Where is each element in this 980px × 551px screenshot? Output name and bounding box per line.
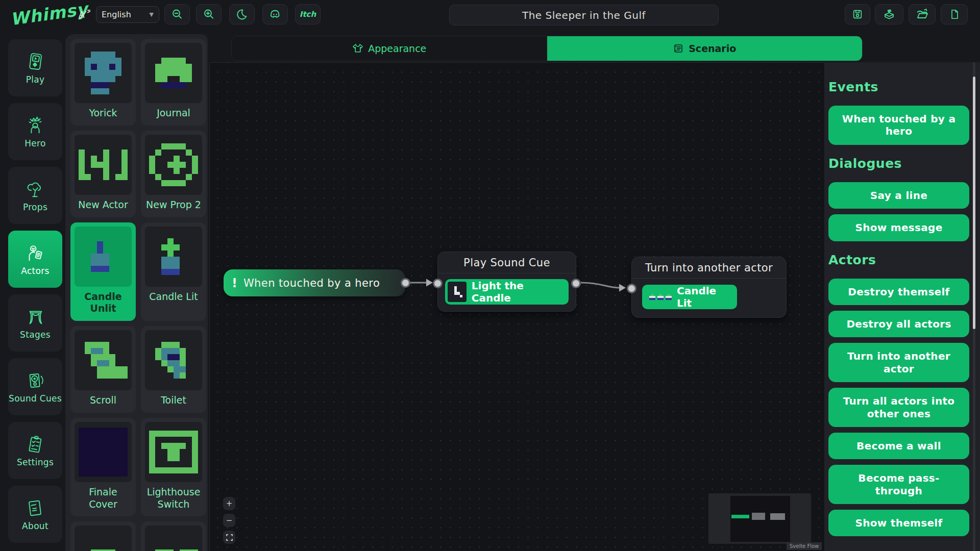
- block-button-show-message[interactable]: Show message: [828, 214, 969, 241]
- actor-sprite-partial-b: [145, 525, 202, 551]
- source-handle[interactable]: [401, 278, 410, 288]
- block-button-say-a-line[interactable]: Say a line: [828, 182, 969, 209]
- target-actor-button[interactable]: Candle Lit: [642, 285, 737, 309]
- actor-name: New Prop 2: [145, 195, 202, 214]
- block-button-when-touched-by-a-hero[interactable]: When touched by a hero: [828, 106, 969, 145]
- flow-minimap[interactable]: [708, 493, 811, 544]
- actor-card-new-prop-2[interactable]: New Prop 2: [141, 131, 206, 217]
- canvas-zoom-out-button[interactable]: −: [223, 514, 235, 527]
- speaker-icon: [23, 370, 47, 391]
- itch-button[interactable]: Itch: [295, 4, 321, 24]
- actor-card-partial[interactable]: [141, 521, 206, 551]
- folder-open-icon: [916, 8, 928, 20]
- tab-scenario[interactable]: Scenario: [547, 36, 863, 61]
- source-handle[interactable]: [571, 279, 581, 288]
- edge-arrow-icon: [619, 284, 626, 292]
- tab-appearance-label: Appearance: [368, 43, 426, 54]
- canvas-zoom-controls: + −: [223, 497, 235, 544]
- scrollbar-thumb[interactable]: [973, 77, 975, 329]
- actor-card-candle-unlit[interactable]: Candle Unlit: [70, 222, 136, 321]
- zoom-in-button[interactable]: [196, 4, 222, 24]
- target-handle[interactable]: [627, 284, 636, 293]
- clipboard-icon: [23, 434, 47, 455]
- actor-card-candle-lit[interactable]: Candle Lit: [141, 222, 206, 321]
- shirt-icon: [352, 43, 363, 54]
- actor-name: New Actor: [75, 195, 132, 214]
- export-build-button[interactable]: [875, 4, 903, 24]
- actor-sprite-candle-unlit: [75, 227, 132, 287]
- dark-mode-button[interactable]: [229, 4, 255, 24]
- fit-view-button[interactable]: [223, 531, 235, 544]
- actor-name: Yorick: [75, 103, 132, 122]
- block-button-destroy-all-actors[interactable]: Destroy all actors: [828, 311, 969, 337]
- curtain-icon: [23, 306, 47, 328]
- sidebar-item-sound-cues[interactable]: Sound Cues: [8, 358, 62, 415]
- block-button-turn-into-another-actor[interactable]: Turn into another actor: [828, 343, 969, 382]
- minimap-node-turn: [770, 513, 785, 520]
- save-button[interactable]: [845, 4, 870, 24]
- language-select[interactable]: English ▼: [96, 6, 159, 23]
- svelte-flow-attribution[interactable]: Svelte Flow: [787, 542, 822, 550]
- actor-sprite-new-actor: [75, 135, 132, 195]
- zoom-out-button[interactable]: [164, 4, 190, 24]
- actor-sprite-toilet: [145, 330, 202, 390]
- target-handle[interactable]: [433, 279, 443, 288]
- block-button-become-a-wall[interactable]: Become a wall: [828, 433, 969, 459]
- discord-button[interactable]: [262, 4, 288, 24]
- blank-page-icon: [949, 9, 960, 20]
- actor-icon: [23, 242, 47, 264]
- node-turn-into-another-actor[interactable]: Turn into another actor Candle Lit: [631, 257, 787, 318]
- sidebar-item-about[interactable]: About: [8, 486, 62, 543]
- event-node-label: When touched by a hero: [243, 277, 380, 289]
- actor-sprite-finale-cover: [75, 422, 132, 482]
- book-icon: [23, 497, 47, 519]
- sidebar-item-actors[interactable]: Actors: [8, 231, 62, 288]
- tab-appearance[interactable]: Appearance: [232, 36, 547, 61]
- node-play-sound-cue[interactable]: Play Sound Cue Light the Candle: [437, 252, 576, 312]
- actor-card-new-actor[interactable]: New Actor: [70, 131, 136, 217]
- actor-sprite-candle-lit: [145, 227, 202, 287]
- actor-card-finale-cover[interactable]: Finale Cover: [70, 418, 136, 517]
- block-button-destroy-themself[interactable]: Destroy themself: [828, 279, 969, 305]
- block-button-turn-all-actors-into-other-ones[interactable]: Turn all actors into other ones: [828, 388, 969, 427]
- actor-card-journal[interactable]: Journal: [141, 39, 206, 126]
- block-button-show-themself[interactable]: Show themself: [828, 510, 969, 536]
- target-actor-label: Candle Lit: [677, 285, 730, 309]
- scroll-icon: [673, 43, 684, 54]
- top-bar: Whimsy A English ▼: [0, 0, 980, 31]
- sidebar-item-label: About: [22, 521, 48, 531]
- actor-card-lighthouse-switch[interactable]: Lighthouse Switch: [141, 418, 206, 517]
- project-title-value: The Sleeper in the Gulf: [522, 9, 646, 21]
- sidebar-item-label: Settings: [17, 457, 54, 467]
- sidebar-item-label: Stages: [20, 330, 51, 340]
- sidebar-item-stages[interactable]: Stages: [8, 294, 62, 352]
- new-file-button[interactable]: [941, 4, 968, 24]
- editor-tab-bar: Appearance Scenario: [231, 36, 863, 61]
- sidebar-item-hero[interactable]: Hero: [8, 103, 62, 160]
- node-title: Play Sound Cue: [438, 252, 576, 273]
- actor-card-yorick[interactable]: Yorick: [70, 39, 136, 126]
- exclamation-icon: !: [232, 276, 237, 290]
- moon-icon: [236, 8, 248, 20]
- package-hammer-icon: [883, 8, 895, 20]
- edge-arrow-icon: [426, 279, 433, 287]
- sidebar-item-label: Sound Cues: [9, 393, 62, 404]
- sidebar-item-props[interactable]: Props: [8, 167, 62, 224]
- actor-name: Candle Lit: [145, 287, 202, 306]
- actor-card-toilet[interactable]: Toilet: [141, 326, 206, 413]
- canvas-zoom-in-button[interactable]: +: [223, 497, 235, 510]
- block-button-become-pass-through[interactable]: Become pass-through: [828, 465, 969, 504]
- node-when-touched-by-hero[interactable]: ! When touched by a hero: [224, 269, 405, 296]
- scenario-flow-canvas[interactable]: ! When touched by a hero Play Sound Cue …: [209, 62, 824, 551]
- sidebar-item-settings[interactable]: Settings: [8, 422, 62, 479]
- actor-card-partial[interactable]: [70, 521, 136, 551]
- open-project-button[interactable]: [909, 4, 936, 24]
- tab-scenario-label: Scenario: [689, 43, 736, 54]
- sidebar-item-play[interactable]: Play: [8, 39, 62, 96]
- project-title-input[interactable]: The Sleeper in the Gulf: [449, 5, 719, 26]
- actor-name: Candle Unlit: [75, 287, 132, 318]
- zoom-in-icon: [203, 8, 215, 20]
- sound-cue-label: Light the Candle: [472, 280, 564, 304]
- actor-card-scroll[interactable]: Scroll: [70, 326, 136, 413]
- sound-cue-button[interactable]: Light the Candle: [445, 279, 569, 305]
